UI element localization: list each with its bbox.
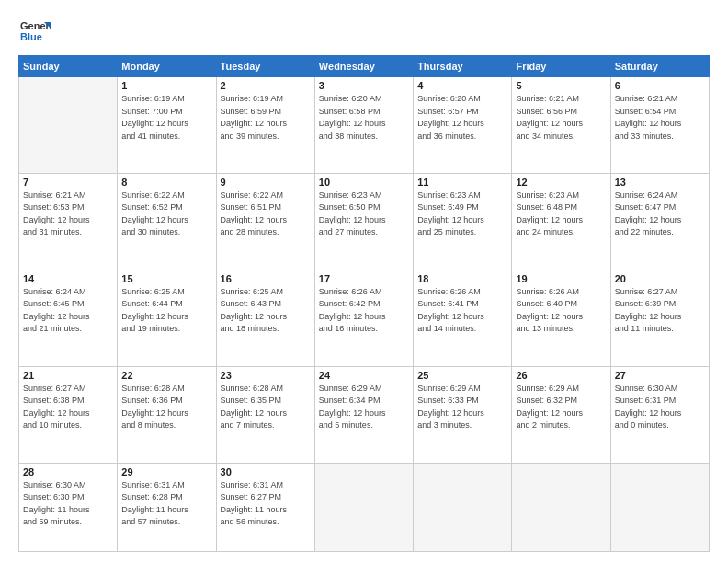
logo-icon: General Blue	[18, 15, 51, 48]
calendar-week-row: 28Sunrise: 6:30 AMSunset: 6:30 PMDayligh…	[19, 463, 710, 551]
day-number: 7	[23, 177, 113, 188]
day-info: Sunrise: 6:30 AMSunset: 6:31 PMDaylight:…	[615, 383, 705, 432]
day-number: 18	[417, 273, 507, 284]
day-info: Sunrise: 6:23 AMSunset: 6:50 PMDaylight:…	[319, 190, 409, 239]
calendar-table: SundayMondayTuesdayWednesdayThursdayFrid…	[18, 55, 710, 552]
weekday-header-thursday: Thursday	[414, 56, 512, 77]
day-number: 6	[615, 80, 705, 91]
day-info: Sunrise: 6:20 AMSunset: 6:57 PMDaylight:…	[417, 93, 507, 143]
calendar-cell: 19Sunrise: 6:26 AMSunset: 6:40 PMDayligh…	[512, 270, 610, 366]
day-number: 30	[221, 466, 311, 477]
calendar-cell: 9Sunrise: 6:22 AMSunset: 6:51 PMDaylight…	[216, 173, 314, 270]
svg-text:General: General	[20, 20, 51, 31]
day-info: Sunrise: 6:29 AMSunset: 6:32 PMDaylight:…	[516, 383, 606, 432]
calendar-cell: 14Sunrise: 6:24 AMSunset: 6:45 PMDayligh…	[19, 270, 118, 366]
day-info: Sunrise: 6:29 AMSunset: 6:34 PMDaylight:…	[319, 383, 409, 432]
calendar-cell: 25Sunrise: 6:29 AMSunset: 6:33 PMDayligh…	[414, 366, 512, 463]
calendar-cell: 27Sunrise: 6:30 AMSunset: 6:31 PMDayligh…	[610, 366, 709, 463]
svg-text:Blue: Blue	[20, 31, 42, 42]
calendar-cell: 21Sunrise: 6:27 AMSunset: 6:38 PMDayligh…	[19, 366, 118, 463]
day-info: Sunrise: 6:27 AMSunset: 6:39 PMDaylight:…	[615, 286, 705, 336]
calendar-cell: 24Sunrise: 6:29 AMSunset: 6:34 PMDayligh…	[314, 366, 413, 463]
calendar-week-row: 14Sunrise: 6:24 AMSunset: 6:45 PMDayligh…	[19, 270, 710, 366]
day-number: 23	[221, 370, 311, 381]
calendar-cell: 16Sunrise: 6:25 AMSunset: 6:43 PMDayligh…	[216, 270, 314, 366]
day-info: Sunrise: 6:26 AMSunset: 6:41 PMDaylight:…	[417, 286, 507, 336]
day-info: Sunrise: 6:25 AMSunset: 6:44 PMDaylight:…	[121, 286, 211, 336]
day-number: 12	[516, 177, 606, 188]
calendar-cell	[19, 77, 118, 174]
calendar-cell: 7Sunrise: 6:21 AMSunset: 6:53 PMDaylight…	[19, 173, 118, 270]
calendar-cell: 20Sunrise: 6:27 AMSunset: 6:39 PMDayligh…	[610, 270, 709, 366]
day-number: 10	[319, 177, 409, 188]
day-number: 26	[516, 370, 606, 381]
calendar-cell: 8Sunrise: 6:22 AMSunset: 6:52 PMDaylight…	[118, 173, 216, 270]
day-info: Sunrise: 6:25 AMSunset: 6:43 PMDaylight:…	[221, 286, 311, 336]
day-number: 28	[23, 466, 113, 477]
header: General Blue	[18, 15, 710, 48]
day-info: Sunrise: 6:20 AMSunset: 6:58 PMDaylight:…	[319, 93, 409, 143]
day-info: Sunrise: 6:31 AMSunset: 6:27 PMDaylight:…	[221, 479, 311, 529]
day-number: 22	[121, 370, 211, 381]
day-info: Sunrise: 6:30 AMSunset: 6:30 PMDaylight:…	[23, 479, 113, 529]
page: General Blue SundayMondayTuesdayWednesda…	[0, 0, 728, 563]
calendar-cell: 5Sunrise: 6:21 AMSunset: 6:56 PMDaylight…	[512, 77, 610, 174]
weekday-header-friday: Friday	[512, 56, 610, 77]
weekday-header-monday: Monday	[118, 56, 216, 77]
day-number: 14	[23, 273, 113, 284]
weekday-header-saturday: Saturday	[610, 56, 709, 77]
calendar-cell: 22Sunrise: 6:28 AMSunset: 6:36 PMDayligh…	[118, 366, 216, 463]
calendar-cell	[314, 463, 413, 551]
calendar-cell: 12Sunrise: 6:23 AMSunset: 6:48 PMDayligh…	[512, 173, 610, 270]
day-number: 13	[615, 177, 705, 188]
day-number: 15	[121, 273, 211, 284]
calendar-cell	[414, 463, 512, 551]
calendar-cell: 15Sunrise: 6:25 AMSunset: 6:44 PMDayligh…	[118, 270, 216, 366]
day-info: Sunrise: 6:21 AMSunset: 6:53 PMDaylight:…	[23, 190, 113, 239]
day-info: Sunrise: 6:31 AMSunset: 6:28 PMDaylight:…	[121, 479, 211, 529]
calendar-cell: 28Sunrise: 6:30 AMSunset: 6:30 PMDayligh…	[19, 463, 118, 551]
day-number: 11	[417, 177, 507, 188]
day-info: Sunrise: 6:27 AMSunset: 6:38 PMDaylight:…	[23, 383, 113, 432]
day-info: Sunrise: 6:22 AMSunset: 6:51 PMDaylight:…	[221, 190, 311, 239]
calendar-cell: 23Sunrise: 6:28 AMSunset: 6:35 PMDayligh…	[216, 366, 314, 463]
calendar-cell: 6Sunrise: 6:21 AMSunset: 6:54 PMDaylight…	[610, 77, 709, 174]
day-number: 16	[221, 273, 311, 284]
calendar-cell: 29Sunrise: 6:31 AMSunset: 6:28 PMDayligh…	[118, 463, 216, 551]
calendar-cell: 2Sunrise: 6:19 AMSunset: 6:59 PMDaylight…	[216, 77, 314, 174]
calendar-cell: 1Sunrise: 6:19 AMSunset: 7:00 PMDaylight…	[118, 77, 216, 174]
day-number: 25	[417, 370, 507, 381]
logo: General Blue	[18, 15, 51, 48]
day-info: Sunrise: 6:28 AMSunset: 6:35 PMDaylight:…	[221, 383, 311, 432]
day-number: 19	[516, 273, 606, 284]
day-number: 8	[121, 177, 211, 188]
day-number: 3	[319, 80, 409, 91]
calendar-cell: 26Sunrise: 6:29 AMSunset: 6:32 PMDayligh…	[512, 366, 610, 463]
day-info: Sunrise: 6:21 AMSunset: 6:56 PMDaylight:…	[516, 93, 606, 143]
calendar-week-row: 1Sunrise: 6:19 AMSunset: 7:00 PMDaylight…	[19, 77, 710, 174]
day-number: 20	[615, 273, 705, 284]
weekday-header-sunday: Sunday	[19, 56, 118, 77]
day-number: 5	[516, 80, 606, 91]
calendar-cell	[512, 463, 610, 551]
calendar-cell: 30Sunrise: 6:31 AMSunset: 6:27 PMDayligh…	[216, 463, 314, 551]
day-info: Sunrise: 6:28 AMSunset: 6:36 PMDaylight:…	[121, 383, 211, 432]
calendar-cell: 4Sunrise: 6:20 AMSunset: 6:57 PMDaylight…	[414, 77, 512, 174]
weekday-header-row: SundayMondayTuesdayWednesdayThursdayFrid…	[19, 56, 710, 77]
day-info: Sunrise: 6:24 AMSunset: 6:45 PMDaylight:…	[23, 286, 113, 336]
day-info: Sunrise: 6:23 AMSunset: 6:49 PMDaylight:…	[417, 190, 507, 239]
day-info: Sunrise: 6:26 AMSunset: 6:40 PMDaylight:…	[516, 286, 606, 336]
day-number: 1	[121, 80, 211, 91]
day-number: 9	[221, 177, 311, 188]
weekday-header-wednesday: Wednesday	[314, 56, 413, 77]
calendar-cell: 11Sunrise: 6:23 AMSunset: 6:49 PMDayligh…	[414, 173, 512, 270]
calendar-cell: 10Sunrise: 6:23 AMSunset: 6:50 PMDayligh…	[314, 173, 413, 270]
day-number: 24	[319, 370, 409, 381]
calendar-cell: 17Sunrise: 6:26 AMSunset: 6:42 PMDayligh…	[314, 270, 413, 366]
day-info: Sunrise: 6:24 AMSunset: 6:47 PMDaylight:…	[615, 190, 705, 239]
day-number: 4	[417, 80, 507, 91]
calendar-cell: 13Sunrise: 6:24 AMSunset: 6:47 PMDayligh…	[610, 173, 709, 270]
day-info: Sunrise: 6:29 AMSunset: 6:33 PMDaylight:…	[417, 383, 507, 432]
day-number: 29	[121, 466, 211, 477]
calendar-week-row: 21Sunrise: 6:27 AMSunset: 6:38 PMDayligh…	[19, 366, 710, 463]
